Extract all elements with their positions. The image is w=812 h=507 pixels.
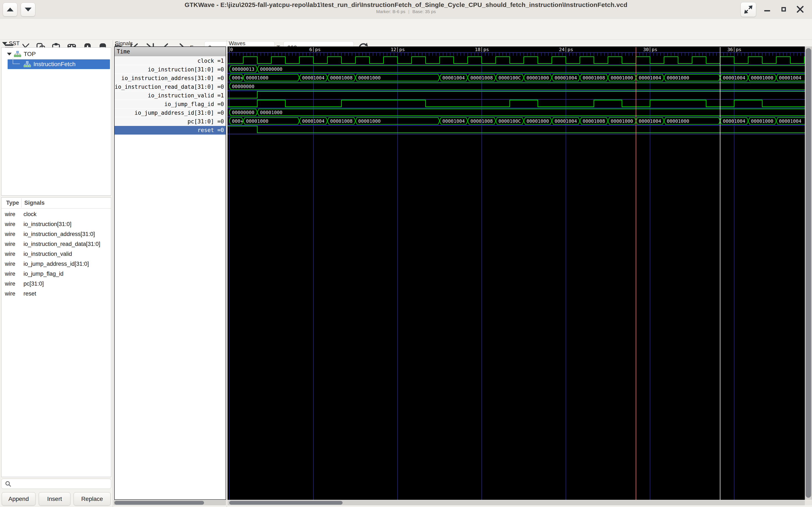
wire-type: wire xyxy=(5,251,15,257)
tree-item-instructionfetch[interactable]: InstructionFetch xyxy=(2,59,111,69)
wire-row[interactable]: wireio_instruction_valid xyxy=(1,249,111,259)
append-button[interactable]: Append xyxy=(2,492,36,506)
signals-pane-label: Signals xyxy=(115,40,133,47)
maximize-icon xyxy=(778,4,789,14)
svg-text:00001000: 00001000 xyxy=(358,118,380,124)
signal-row[interactable]: io_instruction_read_data[31:0] =0 xyxy=(115,82,225,91)
sst-header[interactable]: SST xyxy=(2,40,20,47)
close-button[interactable] xyxy=(795,0,806,18)
svg-text:00001004: 00001004 xyxy=(779,118,801,124)
signal-row[interactable]: clock =1 xyxy=(115,57,225,65)
svg-text:00000000: 00000000 xyxy=(232,110,254,115)
wire-name: io_jump_address_id[31:0] xyxy=(23,261,89,267)
signal-search-input[interactable] xyxy=(1,479,111,489)
expand-icon xyxy=(744,5,753,14)
svg-text:00001004: 00001004 xyxy=(302,75,324,80)
svg-text:00001000: 00001000 xyxy=(260,110,283,115)
wire-row[interactable]: wirepc[31:0] xyxy=(1,279,111,289)
waves-vscrollbar-thumb[interactable] xyxy=(806,48,811,498)
tree-connector xyxy=(13,58,20,64)
minimize-button[interactable] xyxy=(762,0,772,18)
wire-row[interactable]: wireclock xyxy=(1,209,111,219)
signals-hscrollbar[interactable] xyxy=(113,500,226,505)
expand-window-button[interactable] xyxy=(741,2,756,17)
tree-item-top[interactable]: TOP xyxy=(2,49,111,59)
marker-statusline: Marker: B-6 ps|Base: 35 ps xyxy=(0,9,812,14)
wire-type: wire xyxy=(5,221,15,228)
time-header[interactable]: Time xyxy=(115,47,225,56)
svg-text:00001008: 00001008 xyxy=(582,118,605,124)
svg-text:00001008: 00001008 xyxy=(470,75,493,80)
svg-text:ps: ps xyxy=(567,47,573,52)
wire-type: wire xyxy=(5,271,15,277)
svg-text:0000100C: 0000100C xyxy=(498,75,521,80)
svg-text:36: 36 xyxy=(727,47,733,52)
svg-text:18: 18 xyxy=(475,47,480,52)
svg-text:000+: 000+ xyxy=(232,75,243,80)
svg-text:00001004: 00001004 xyxy=(555,75,577,80)
svg-text:00001000: 00001000 xyxy=(751,75,773,80)
module-icon xyxy=(24,61,31,67)
wire-row[interactable]: wireio_jump_address_id[31:0] xyxy=(1,259,111,269)
svg-text:24: 24 xyxy=(559,47,565,52)
svg-text:0000100C: 0000100C xyxy=(498,118,521,124)
wire-name: io_instruction_read_data[31:0] xyxy=(23,241,100,247)
wire-name: clock xyxy=(23,211,37,218)
base-status: Base: 35 ps xyxy=(412,9,436,14)
svg-text:00001004: 00001004 xyxy=(555,118,577,124)
module-tree: TOP InstructionFetch xyxy=(1,47,111,195)
svg-text:00001004: 00001004 xyxy=(723,118,745,124)
type-column-header[interactable]: Type xyxy=(6,200,19,206)
wire-type: wire xyxy=(5,290,15,297)
signals-column-header[interactable]: Signals xyxy=(24,200,45,206)
waves-vscrollbar[interactable] xyxy=(805,47,812,500)
svg-text:00001000: 00001000 xyxy=(751,118,773,124)
signal-row[interactable]: io_instruction_valid =1 xyxy=(115,91,225,100)
svg-text:000+: 000+ xyxy=(232,118,243,124)
svg-text:00001000: 00001000 xyxy=(611,118,633,124)
search-icon xyxy=(5,481,12,487)
replace-button[interactable]: Replace xyxy=(73,492,111,506)
waves-hscrollbar-thumb[interactable] xyxy=(229,501,343,505)
wire-type: wire xyxy=(5,231,15,237)
svg-text:00001008: 00001008 xyxy=(330,118,353,124)
svg-text:00001000: 00001000 xyxy=(246,75,268,80)
signal-row[interactable]: io_instruction[31:0] =0 xyxy=(115,65,225,74)
svg-text:30: 30 xyxy=(643,47,649,52)
svg-text:ps: ps xyxy=(736,47,742,52)
signal-row[interactable]: pc[31:0] =0 xyxy=(115,117,225,126)
signal-type-table: Type Signals wireclockwireio_instruction… xyxy=(1,197,111,477)
wire-type: wire xyxy=(5,241,15,247)
svg-text:00001000: 00001000 xyxy=(667,118,689,124)
tree-item-label: TOP xyxy=(24,51,36,57)
wire-row[interactable]: wireio_instruction[31:0] xyxy=(1,219,111,229)
waves-hscrollbar[interactable] xyxy=(227,500,805,505)
wire-name: io_instruction_valid xyxy=(23,251,72,257)
insert-button[interactable]: Insert xyxy=(39,492,70,506)
expander-icon[interactable] xyxy=(7,53,12,56)
wire-type: wire xyxy=(5,281,15,287)
svg-text:00001000: 00001000 xyxy=(526,118,549,124)
svg-text:6: 6 xyxy=(309,47,312,52)
titlebar: GTKWave - E:\jizu\2025-fall-yatcpu-repo\… xyxy=(0,0,812,18)
svg-text:00001008: 00001008 xyxy=(582,75,605,80)
pane-divider[interactable] xyxy=(113,40,113,507)
module-icon xyxy=(14,51,21,57)
maximize-button[interactable] xyxy=(778,0,789,18)
signals-hscrollbar-thumb[interactable] xyxy=(114,501,204,505)
wire-name: reset xyxy=(23,290,36,297)
wire-row[interactable]: wirereset xyxy=(1,289,111,299)
sst-collapse-icon[interactable] xyxy=(2,42,7,45)
signal-row[interactable]: io_jump_flag_id =0 xyxy=(115,100,225,109)
signal-row[interactable]: io_jump_address_id[31:0] =0 xyxy=(115,109,225,117)
wire-row[interactable]: wireio_jump_flag_id xyxy=(1,269,111,279)
svg-text:00000000: 00000000 xyxy=(260,66,283,72)
close-icon xyxy=(795,4,806,15)
wire-row[interactable]: wireio_instruction_address[31:0] xyxy=(1,229,111,239)
svg-text:00000013: 00000013 xyxy=(232,66,254,72)
signal-row[interactable]: reset =0 xyxy=(115,126,225,134)
signal-row[interactable]: io_instruction_address[31:0] =0 xyxy=(115,74,225,82)
waves-canvas[interactable]: 06ps12ps18ps24ps30ps36ps0000001300000000… xyxy=(227,47,805,500)
svg-text:00001004: 00001004 xyxy=(779,75,801,80)
wire-row[interactable]: wireio_instruction_read_data[31:0] xyxy=(1,239,111,249)
